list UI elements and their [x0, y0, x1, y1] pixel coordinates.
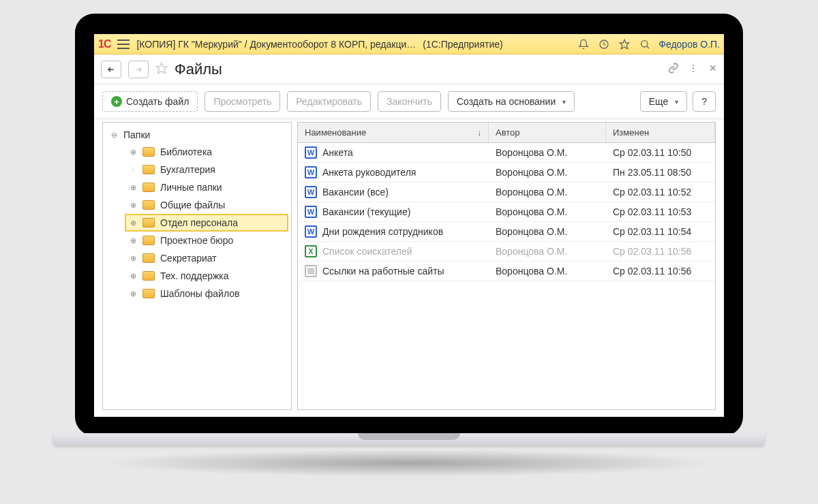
expand-icon[interactable]: ⊕ — [129, 236, 137, 245]
finish-button[interactable]: Закончить — [378, 91, 441, 112]
text-file-icon — [305, 265, 317, 277]
file-name: Анкета — [322, 147, 353, 158]
bell-icon[interactable] — [577, 39, 590, 50]
app-subtitle: (1С:Предприятие) — [423, 39, 502, 50]
file-changed: Пн 23.05.11 08:50 — [606, 163, 715, 181]
folder-icon — [142, 218, 155, 227]
file-row[interactable]: WАнкета руководителяВоронцова О.М.Пн 23.… — [298, 163, 715, 183]
svg-marker-1 — [620, 40, 629, 48]
file-changed: Ср 02.03.11 10:52 — [606, 183, 715, 201]
folder-item[interactable]: ⊕Отдел персонала — [125, 214, 288, 232]
folder-icon — [142, 147, 155, 157]
folder-item[interactable]: ⊕Проектное бюро — [125, 232, 288, 249]
expand-icon[interactable]: ⊕ — [129, 289, 137, 298]
create-file-button[interactable]: + Создать файл — [102, 91, 198, 112]
folder-label: Библиотека — [160, 146, 212, 157]
file-name: Список соискателей — [322, 246, 412, 257]
excel-file-icon: X — [305, 245, 317, 257]
more-button[interactable]: Еще▾ — [640, 91, 688, 112]
logo-1c: 1С — [98, 38, 110, 50]
file-row[interactable]: WВакансии (все)Воронцова О.М.Ср 02.03.11… — [298, 183, 715, 202]
col-header-changed[interactable]: Изменен — [606, 123, 715, 142]
word-file-icon: W — [305, 206, 317, 218]
nav-forward-button[interactable] — [128, 61, 149, 78]
folder-item[interactable]: ⊕Общие файлы — [125, 196, 288, 214]
search-icon[interactable] — [638, 39, 652, 50]
expand-icon[interactable]: ⊕ — [129, 272, 137, 281]
close-icon[interactable]: ✕ — [709, 63, 717, 76]
file-changed: Ср 02.03.11 10:56 — [606, 262, 715, 280]
folder-item[interactable]: ⊕Шаблоны файлов — [125, 285, 288, 302]
file-row[interactable]: WВакансии (текущие)Воронцова О.М.Ср 02.0… — [298, 202, 715, 222]
folder-item[interactable]: ○Бухгалтерия — [125, 161, 288, 178]
folder-icon — [142, 165, 155, 174]
file-changed: Ср 02.03.11 10:56 — [606, 242, 715, 260]
help-button[interactable]: ? — [693, 91, 716, 112]
current-user[interactable]: Федоров О.П. — [658, 39, 720, 50]
folder-item[interactable]: ⊕Личные папки — [125, 178, 288, 196]
file-changed: Ср 02.03.11 10:50 — [606, 144, 715, 161]
edit-button[interactable]: Редактировать — [287, 91, 371, 112]
grid-header: Наименование ↓ Автор Изменен — [298, 123, 715, 143]
file-name: Ссылки на работные сайты — [322, 266, 444, 277]
expand-icon[interactable]: ⊕ — [129, 219, 137, 227]
folder-item[interactable]: ⊕Тех. поддержка — [125, 267, 288, 285]
folder-label: Проектное бюро — [160, 235, 233, 246]
sort-down-icon: ↓ — [477, 128, 481, 138]
file-author: Воронцова О.М. — [489, 144, 606, 161]
folder-icon — [142, 183, 155, 192]
tree-root[interactable]: ⊖ Папки — [106, 127, 288, 143]
expand-icon[interactable]: ⊕ — [129, 254, 137, 263]
file-name: Дни рождения сотрудников — [322, 226, 443, 237]
expand-icon[interactable]: ⊕ — [129, 183, 137, 192]
file-author: Воронцова О.М. — [489, 183, 606, 201]
folder-label: Личные папки — [160, 182, 222, 193]
folder-item[interactable]: ⊕Библиотека — [125, 143, 288, 161]
file-changed: Ср 02.03.11 10:54 — [606, 223, 715, 240]
expand-icon[interactable]: ⊕ — [129, 201, 137, 210]
folder-label: Отдел персонала — [160, 217, 238, 228]
folder-label: Секретариат — [160, 253, 217, 264]
app-title: [КОПИЯ] ГК "Меркурий" / Документооборот … — [136, 39, 416, 50]
collapse-icon[interactable]: ⊖ — [110, 131, 118, 140]
expand-icon[interactable]: ○ — [129, 166, 137, 174]
chevron-down-icon: ▾ — [562, 98, 566, 106]
file-row[interactable]: XСписок соискателейВоронцова О.М.Ср 02.0… — [298, 242, 715, 262]
create-from-button[interactable]: Создать на основании▾ — [448, 91, 575, 112]
favorite-star-icon[interactable] — [155, 62, 168, 76]
svg-marker-3 — [157, 63, 167, 74]
file-author: Воронцова О.М. — [489, 242, 606, 260]
folder-label: Шаблоны файлов — [160, 288, 239, 299]
file-row[interactable]: Ссылки на работные сайтыВоронцова О.М.Ср… — [298, 262, 715, 281]
file-name: Анкета руководителя — [322, 167, 416, 178]
create-file-label: Создать файл — [126, 96, 189, 107]
menu-icon[interactable] — [117, 40, 130, 49]
file-author: Воронцова О.М. — [489, 163, 606, 181]
file-author: Воронцова О.М. — [489, 203, 606, 221]
link-icon[interactable] — [668, 63, 679, 76]
plus-icon: + — [111, 96, 122, 107]
file-name: Вакансии (все) — [322, 187, 389, 198]
history-icon[interactable] — [597, 39, 611, 50]
file-row[interactable]: WДни рождения сотрудниковВоронцова О.М.С… — [298, 222, 715, 242]
more-icon[interactable]: ⋮ — [688, 63, 699, 76]
tree-root-label: Папки — [123, 129, 150, 140]
folder-icon — [142, 289, 155, 298]
folder-item[interactable]: ⊕Секретариат — [125, 249, 288, 267]
star-icon[interactable] — [618, 39, 631, 50]
folder-label: Тех. поддержка — [160, 270, 229, 281]
folder-icon — [142, 200, 155, 210]
page-header: Файлы ⋮ ✕ — [94, 54, 724, 84]
folder-label: Общие файлы — [160, 200, 225, 210]
chevron-down-icon: ▾ — [675, 98, 678, 106]
nav-back-button[interactable] — [101, 61, 121, 78]
folder-icon — [142, 271, 155, 281]
svg-point-2 — [641, 40, 648, 46]
file-row[interactable]: WАнкетаВоронцова О.М.Ср 02.03.11 10:50 — [298, 143, 715, 163]
page-title: Файлы — [175, 61, 222, 78]
word-file-icon: W — [305, 166, 317, 178]
col-header-author[interactable]: Автор — [489, 123, 606, 142]
view-button[interactable]: Просмотреть — [204, 91, 280, 112]
expand-icon[interactable]: ⊕ — [129, 148, 137, 157]
col-header-name[interactable]: Наименование ↓ — [298, 123, 489, 142]
